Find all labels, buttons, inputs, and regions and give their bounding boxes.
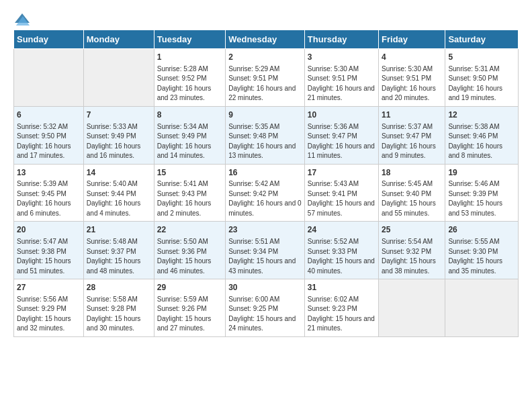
calendar-week-row: 6Sunrise: 5:32 AMSunset: 9:50 PMDaylight… [14, 106, 519, 164]
calendar-cell: 14Sunrise: 5:40 AMSunset: 9:44 PMDayligh… [83, 164, 154, 222]
cell-content: Sunrise: 5:59 AMSunset: 9:26 PMDaylight:… [157, 295, 222, 334]
calendar-cell: 24Sunrise: 5:52 AMSunset: 9:33 PMDayligh… [304, 222, 378, 279]
calendar-cell [14, 49, 84, 107]
page-header [13, 13, 519, 23]
cell-content: Sunrise: 5:35 AMSunset: 9:48 PMDaylight:… [228, 122, 302, 161]
day-number: 30 [228, 282, 302, 293]
calendar-cell: 21Sunrise: 5:48 AMSunset: 9:37 PMDayligh… [83, 222, 154, 279]
day-number: 24 [308, 224, 375, 236]
cell-content: Sunrise: 5:52 AMSunset: 9:33 PMDaylight:… [308, 237, 375, 276]
calendar-cell: 25Sunrise: 5:54 AMSunset: 9:32 PMDayligh… [379, 222, 445, 279]
day-number: 28 [87, 282, 151, 293]
cell-content: Sunrise: 5:40 AMSunset: 9:44 PMDaylight:… [87, 179, 151, 218]
day-number: 23 [228, 224, 302, 236]
cell-content: Sunrise: 5:33 AMSunset: 9:49 PMDaylight:… [87, 122, 151, 161]
cell-content: Sunrise: 5:50 AMSunset: 9:36 PMDaylight:… [157, 237, 222, 276]
calendar-cell: 23Sunrise: 5:51 AMSunset: 9:34 PMDayligh… [226, 222, 305, 279]
calendar-cell: 13Sunrise: 5:39 AMSunset: 9:45 PMDayligh… [14, 164, 84, 222]
day-number: 19 [448, 167, 515, 179]
calendar-cell: 10Sunrise: 5:36 AMSunset: 9:47 PMDayligh… [304, 106, 378, 164]
calendar-cell [379, 279, 445, 337]
calendar-week-row: 27Sunrise: 5:56 AMSunset: 9:29 PMDayligh… [14, 279, 519, 337]
cell-content: Sunrise: 5:41 AMSunset: 9:43 PMDaylight:… [157, 179, 222, 218]
day-number: 8 [157, 109, 222, 121]
calendar-cell: 22Sunrise: 5:50 AMSunset: 9:36 PMDayligh… [154, 222, 225, 279]
calendar-cell [445, 279, 519, 337]
header-wednesday: Wednesday [226, 30, 305, 49]
day-number: 11 [382, 109, 442, 121]
day-number: 16 [228, 167, 302, 179]
calendar-cell [83, 49, 154, 107]
day-number: 25 [382, 224, 442, 236]
calendar-cell: 1Sunrise: 5:28 AMSunset: 9:52 PMDaylight… [154, 49, 225, 107]
calendar-cell: 9Sunrise: 5:35 AMSunset: 9:48 PMDaylight… [226, 106, 305, 164]
day-number: 26 [448, 224, 515, 236]
day-number: 4 [382, 52, 442, 63]
day-number: 18 [382, 167, 442, 179]
cell-content: Sunrise: 5:47 AMSunset: 9:38 PMDaylight:… [17, 237, 81, 276]
day-number: 2 [228, 52, 302, 63]
calendar-cell: 16Sunrise: 5:42 AMSunset: 9:42 PMDayligh… [226, 164, 305, 222]
day-number: 14 [87, 167, 151, 179]
calendar-cell: 8Sunrise: 5:34 AMSunset: 9:49 PMDaylight… [154, 106, 225, 164]
calendar-cell: 18Sunrise: 5:45 AMSunset: 9:40 PMDayligh… [379, 164, 445, 222]
day-number: 22 [157, 224, 222, 236]
cell-content: Sunrise: 5:30 AMSunset: 9:51 PMDaylight:… [382, 64, 442, 103]
cell-content: Sunrise: 5:42 AMSunset: 9:42 PMDaylight:… [228, 179, 302, 218]
header-tuesday: Tuesday [154, 30, 225, 49]
day-number: 6 [17, 109, 81, 121]
day-number: 15 [157, 167, 222, 179]
cell-content: Sunrise: 5:55 AMSunset: 9:30 PMDaylight:… [448, 237, 515, 276]
cell-content: Sunrise: 5:56 AMSunset: 9:29 PMDaylight:… [17, 295, 81, 334]
calendar-week-row: 1Sunrise: 5:28 AMSunset: 9:52 PMDaylight… [14, 49, 519, 107]
cell-content: Sunrise: 5:45 AMSunset: 9:40 PMDaylight:… [382, 179, 442, 218]
calendar-cell: 3Sunrise: 5:30 AMSunset: 9:51 PMDaylight… [304, 49, 378, 107]
calendar-cell: 6Sunrise: 5:32 AMSunset: 9:50 PMDaylight… [14, 106, 84, 164]
cell-content: Sunrise: 5:30 AMSunset: 9:51 PMDaylight:… [308, 64, 375, 103]
calendar-cell: 30Sunrise: 6:00 AMSunset: 9:25 PMDayligh… [226, 279, 305, 337]
logo-triangle-icon [15, 13, 30, 26]
calendar-cell: 19Sunrise: 5:46 AMSunset: 9:39 PMDayligh… [445, 164, 519, 222]
day-number: 21 [87, 224, 151, 236]
day-number: 7 [87, 109, 151, 121]
cell-content: Sunrise: 5:32 AMSunset: 9:50 PMDaylight:… [17, 122, 81, 161]
cell-content: Sunrise: 6:02 AMSunset: 9:23 PMDaylight:… [308, 295, 375, 334]
header-sunday: Sunday [14, 30, 84, 49]
calendar-cell: 31Sunrise: 6:02 AMSunset: 9:23 PMDayligh… [304, 279, 378, 337]
cell-content: Sunrise: 5:54 AMSunset: 9:32 PMDaylight:… [382, 237, 442, 276]
calendar-cell: 20Sunrise: 5:47 AMSunset: 9:38 PMDayligh… [14, 222, 84, 279]
cell-content: Sunrise: 5:38 AMSunset: 9:46 PMDaylight:… [448, 122, 515, 161]
header-thursday: Thursday [304, 30, 378, 49]
header-monday: Monday [83, 30, 154, 49]
day-number: 17 [308, 167, 375, 179]
header-friday: Friday [379, 30, 445, 49]
calendar-cell: 27Sunrise: 5:56 AMSunset: 9:29 PMDayligh… [14, 279, 84, 337]
day-number: 12 [448, 109, 515, 121]
cell-content: Sunrise: 6:00 AMSunset: 9:25 PMDaylight:… [228, 295, 302, 334]
cell-content: Sunrise: 5:43 AMSunset: 9:41 PMDaylight:… [308, 179, 375, 218]
calendar-week-row: 13Sunrise: 5:39 AMSunset: 9:45 PMDayligh… [14, 164, 519, 222]
calendar-cell: 5Sunrise: 5:31 AMSunset: 9:50 PMDaylight… [445, 49, 519, 107]
header-saturday: Saturday [445, 30, 519, 49]
calendar-cell: 28Sunrise: 5:58 AMSunset: 9:28 PMDayligh… [83, 279, 154, 337]
calendar-cell: 4Sunrise: 5:30 AMSunset: 9:51 PMDaylight… [379, 49, 445, 107]
calendar-cell: 7Sunrise: 5:33 AMSunset: 9:49 PMDaylight… [83, 106, 154, 164]
calendar-cell: 11Sunrise: 5:37 AMSunset: 9:47 PMDayligh… [379, 106, 445, 164]
calendar-table: SundayMondayTuesdayWednesdayThursdayFrid… [13, 30, 519, 337]
cell-content: Sunrise: 5:29 AMSunset: 9:51 PMDaylight:… [228, 64, 302, 103]
calendar-cell: 26Sunrise: 5:55 AMSunset: 9:30 PMDayligh… [445, 222, 519, 279]
day-number: 9 [228, 109, 302, 121]
calendar-cell: 12Sunrise: 5:38 AMSunset: 9:46 PMDayligh… [445, 106, 519, 164]
logo [13, 13, 31, 23]
day-number: 13 [17, 167, 81, 179]
day-number: 10 [308, 109, 375, 121]
cell-content: Sunrise: 5:34 AMSunset: 9:49 PMDaylight:… [157, 122, 222, 161]
day-number: 31 [308, 282, 375, 293]
cell-content: Sunrise: 5:36 AMSunset: 9:47 PMDaylight:… [308, 122, 375, 161]
day-number: 20 [17, 224, 81, 236]
day-number: 27 [17, 282, 81, 293]
cell-content: Sunrise: 5:46 AMSunset: 9:39 PMDaylight:… [448, 179, 515, 218]
calendar-cell: 29Sunrise: 5:59 AMSunset: 9:26 PMDayligh… [154, 279, 225, 337]
cell-content: Sunrise: 5:37 AMSunset: 9:47 PMDaylight:… [382, 122, 442, 161]
calendar-week-row: 20Sunrise: 5:47 AMSunset: 9:38 PMDayligh… [14, 222, 519, 279]
